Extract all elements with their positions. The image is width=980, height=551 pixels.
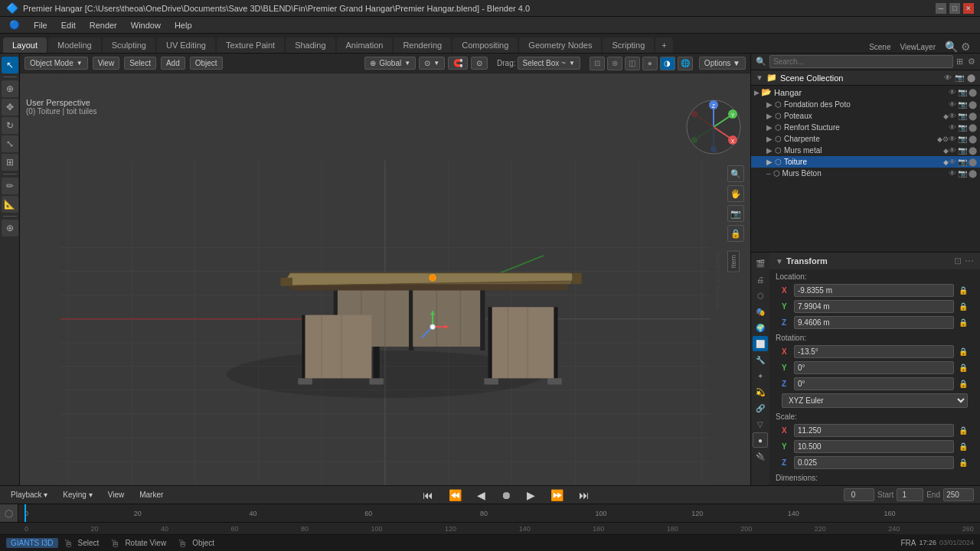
play-back-btn[interactable]: ◀ [472,487,490,503]
tool-move[interactable]: ✥ [2,99,18,116]
select-menu[interactable]: Select [124,57,156,70]
prop-icon-physics[interactable]: 💫 [753,384,768,399]
outliner-item-murs-metal[interactable]: ▶ ⬡ Murs metal ◆ 👁 📷 ⬤ [751,145,980,156]
tab-modeling[interactable]: Modeling [48,37,101,53]
rotation-mode-select[interactable]: XYZ Euler [782,393,968,408]
vis-eye-murs-beton[interactable]: 👁 [949,169,956,178]
viewport-canvas[interactable]: User Perspective (0) Toiture | toit tuil… [20,73,750,485]
end-frame-input[interactable] [943,488,974,501]
vis-eye-charpente[interactable]: 👁 [949,135,956,143]
sidebar-tab[interactable]: Item [727,251,740,272]
tab-add[interactable]: + [655,37,672,53]
rot-y-input[interactable] [794,361,954,374]
outliner-item-fondation[interactable]: ▶ ⬡ Fondation des Poto 👁 📷 ⬤ [751,99,980,110]
vis-render-murs-beton[interactable]: ⬤ [969,169,977,178]
outliner-search-input[interactable] [769,55,953,68]
overlay-btn[interactable]: ⊡ [590,57,605,70]
loc-z-lock[interactable]: 🔒 [959,318,968,327]
play-btn[interactable]: ▶ [522,487,540,503]
keying-btn[interactable]: Keying ▾ [58,489,96,500]
view-btn[interactable]: View [103,489,129,500]
close-button[interactable]: ✕ [963,3,974,14]
vis-eye-hangar[interactable]: 👁 [949,88,956,96]
minimize-button[interactable]: ─ [936,3,946,14]
rot-z-input[interactable] [794,377,954,390]
rot-x-input[interactable] [794,345,954,358]
prop-icon-data[interactable]: ▽ [753,416,768,432]
snapping[interactable]: 🧲 [448,57,468,70]
prop-icon-object[interactable]: ⬜ [753,336,768,351]
menu-file[interactable]: File [28,19,54,31]
tab-texture-paint[interactable]: Texture Paint [217,37,284,53]
vis-render-hangar[interactable]: ⬤ [969,88,977,96]
scale-y-lock[interactable]: 🔒 [959,442,968,451]
outliner-settings-btn[interactable]: ⚙ [968,57,975,67]
vis-render-renfort[interactable]: ⬤ [969,123,977,132]
vis-cam-hangar[interactable]: 📷 [958,88,967,96]
tool-measure[interactable]: 📐 [2,196,18,213]
vis-render-charpente[interactable]: ⬤ [969,135,977,143]
prop-icon-output[interactable]: 🖨 [753,272,768,287]
loc-x-input[interactable] [794,284,954,297]
timeline-icon[interactable]: ◯ [0,504,18,522]
tool-cursor[interactable]: ⊕ [2,80,18,97]
step-back-btn[interactable]: ⏪ [444,487,466,503]
scale-z-lock[interactable]: 🔒 [959,458,968,467]
loc-z-input[interactable] [794,316,954,329]
scale-y-input[interactable] [794,440,954,453]
vis-eye-murs-metal[interactable]: 👁 [949,146,956,155]
outliner-item-murs-beton[interactable]: – ⬡ Murs Béton 👁 📷 ⬤ [751,168,980,179]
loc-y-input[interactable] [794,300,954,313]
step-fwd-btn[interactable]: ⏩ [546,487,568,503]
camera-lock-btn[interactable]: 🔒 [727,225,744,242]
camera-view-btn[interactable]: 📷 [727,205,744,222]
scale-z-input[interactable] [794,456,954,469]
object-menu[interactable]: Object [190,57,223,70]
prop-icon-modifier[interactable]: 🔧 [753,352,768,367]
vis-eye-toiture[interactable]: 👁 [949,158,956,166]
viewport-shading[interactable]: ● [642,57,658,70]
vis-render-toiture[interactable]: ⬤ [969,158,977,166]
prop-icon-particles[interactable]: ✦ [753,368,768,383]
zoom-in-btn[interactable]: 🔍 [727,165,744,182]
tab-compositing[interactable]: Compositing [452,37,518,53]
playback-btn[interactable]: Playback ▾ [6,489,52,500]
add-menu[interactable]: Add [161,57,185,70]
rot-y-lock[interactable]: 🔒 [959,364,968,372]
timeline-track[interactable]: 0 20 40 60 80 100 120 140 160 [18,504,980,522]
vis-cam-charpente[interactable]: 📷 [958,135,967,143]
viewport-shading-render[interactable]: 🌐 [678,57,693,70]
gizmo-btn[interactable]: ⊛ [607,57,622,70]
transform-expand[interactable]: ⊡ [954,256,962,266]
tab-animation[interactable]: Animation [337,37,393,53]
jump-end-btn[interactable]: ⏭ [574,487,594,503]
prop-icon-view-layer[interactable]: ⬡ [753,288,768,303]
marker-btn[interactable]: Marker [135,489,168,500]
rot-x-lock[interactable]: 🔒 [959,347,968,356]
jump-start-btn[interactable]: ⏮ [418,487,438,503]
scene-vis-eye[interactable]: 👁 [944,73,952,82]
tab-layout[interactable]: Layout [3,37,47,53]
tab-rendering[interactable]: Rendering [394,37,451,53]
tool-add[interactable]: ⊕ [2,220,18,236]
outliner-item-renfort[interactable]: ▶ ⬡ Renfort Stucture 👁 📷 ⬤ [751,122,980,133]
viewport[interactable]: Object Mode▼ View Select Add Object ⊕Glo… [20,54,750,485]
loc-x-lock[interactable]: 🔒 [959,286,968,295]
menu-help[interactable]: Help [168,19,198,31]
pivot-dropdown[interactable]: ⊙▼ [419,57,445,70]
vis-cam-fondation[interactable]: 📷 [958,100,967,109]
scene-vis-render[interactable]: ⬤ [967,73,975,82]
tool-transform[interactable]: ⊞ [2,154,18,171]
tool-select[interactable]: ↖ [2,57,18,73]
transform-options[interactable]: ⋯ [965,256,974,266]
outliner-item-hangar[interactable]: ▶ 📂 Hangar 👁 📷 ⬤ [751,86,980,99]
menu-render[interactable]: Render [83,19,123,31]
loc-y-lock[interactable]: 🔒 [959,302,968,311]
vis-cam-poteaux[interactable]: 📷 [958,112,967,120]
vis-eye-renfort[interactable]: 👁 [949,123,956,132]
vis-render-poteaux[interactable]: ⬤ [969,112,977,120]
vis-render-fondation[interactable]: ⬤ [969,100,977,109]
outliner-filter-btn[interactable]: ⊞ [956,57,963,67]
scale-x-lock[interactable]: 🔒 [959,426,968,435]
current-frame-input[interactable] [844,488,874,501]
